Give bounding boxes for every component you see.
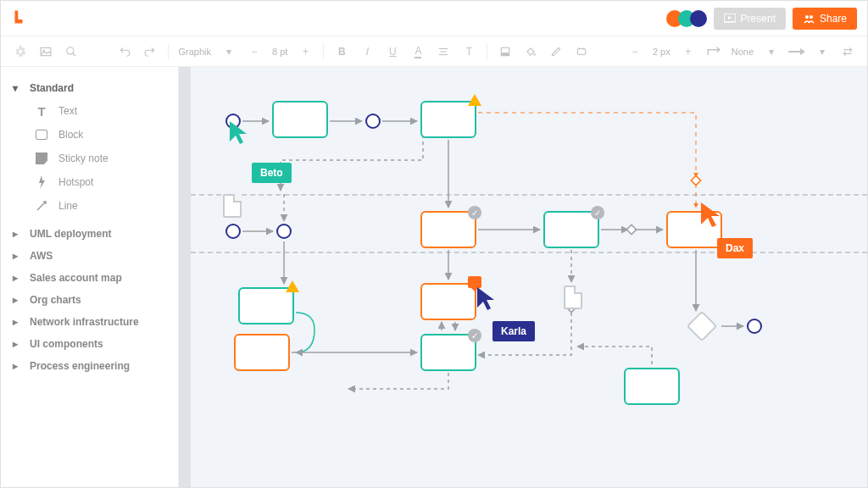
task-block[interactable] [238, 287, 294, 324]
caret-right-icon: ▸ [13, 272, 21, 284]
font-size-value[interactable]: 8 pt [269, 47, 291, 57]
app-logo [11, 9, 26, 27]
task-block[interactable] [420, 283, 476, 320]
svg-rect-22 [626, 225, 636, 234]
bucket-icon[interactable] [520, 41, 542, 63]
sidebar-item-sticky[interactable]: Sticky note [35, 147, 170, 170]
sidebar-section-sales[interactable]: ▸Sales account map [9, 267, 170, 289]
svg-point-12 [534, 53, 536, 55]
sidebar-section-org[interactable]: ▸Org charts [9, 289, 170, 311]
cursor-dax-icon [699, 201, 725, 230]
cursor-label-karla: Karla [492, 321, 535, 341]
canvas[interactable]: ✓ ✓ ✓ Beto Karla Dax [179, 67, 867, 487]
line-type-icon[interactable] [703, 41, 725, 63]
text-tool-icon[interactable]: T [458, 41, 480, 63]
sidebar-heading-label: Sales account map [30, 272, 122, 284]
stroke-plus[interactable]: + [677, 41, 699, 63]
settings-icon[interactable] [9, 41, 31, 63]
caret-right-icon: ▸ [13, 250, 21, 262]
align-icon[interactable] [432, 41, 454, 63]
svg-rect-19 [691, 175, 700, 185]
end-event[interactable] [747, 319, 762, 334]
sidebar-heading-label: Network infrastructure [30, 316, 139, 328]
redo-icon[interactable] [139, 41, 161, 63]
svg-rect-11 [502, 53, 509, 55]
style-icon[interactable] [570, 41, 593, 63]
task-block[interactable]: ✓ [420, 334, 476, 371]
sidebar-section-process[interactable]: ▸Process engineering [9, 355, 170, 377]
chevron-down-icon[interactable]: ▾ [811, 41, 833, 63]
swap-icon[interactable] [837, 41, 859, 63]
sidebar-item-label: Block [58, 129, 83, 141]
check-badge: ✓ [591, 206, 604, 219]
hotspot-icon [35, 175, 48, 189]
sidebar-heading-label: UI components [30, 338, 103, 350]
toolbar: Graphik ▾ − 8 pt + B I U A T − 2 px + No… [1, 36, 867, 67]
block-icon [35, 128, 48, 141]
task-block[interactable] [234, 334, 290, 371]
lane-divider [191, 194, 867, 196]
play-icon [724, 14, 736, 24]
task-block[interactable] [420, 101, 476, 138]
warning-badge [286, 280, 299, 292]
task-block[interactable] [624, 368, 680, 405]
caret-right-icon: ▸ [13, 294, 21, 306]
stroke-minus[interactable]: − [624, 41, 646, 63]
document-shape[interactable] [564, 286, 582, 309]
sidebar: ▾ Standard T Text Block Sticky note [1, 67, 179, 487]
sidebar-section-uml[interactable]: ▸UML deployment [9, 223, 170, 245]
share-button[interactable]: Share [793, 8, 857, 30]
pen-icon[interactable] [545, 41, 567, 63]
undo-icon[interactable] [114, 41, 136, 63]
font-name-select[interactable]: Graphik [175, 47, 215, 57]
size-minus[interactable]: − [243, 41, 265, 63]
arrow-style-icon[interactable] [786, 41, 808, 63]
sidebar-section-aws[interactable]: ▸AWS [9, 245, 170, 267]
sidebar-section-network[interactable]: ▸Network infrastructure [9, 311, 170, 333]
intermediate-event[interactable] [276, 224, 292, 239]
fill-icon[interactable] [494, 41, 516, 63]
document-shape[interactable] [223, 194, 242, 218]
caret-right-icon: ▸ [13, 338, 21, 350]
cursor-karla-icon [476, 286, 499, 313]
size-plus[interactable]: + [294, 41, 316, 63]
chevron-down-icon[interactable]: ▾ [760, 41, 782, 63]
cursor-label-dax: Dax [717, 238, 753, 258]
sidebar-heading-label: Process engineering [30, 360, 130, 372]
svg-rect-13 [578, 48, 586, 54]
caret-down-icon: ▾ [13, 82, 21, 94]
sidebar-item-block[interactable]: Block [35, 123, 170, 147]
present-label: Present [741, 13, 776, 25]
task-block[interactable] [272, 101, 328, 138]
svg-line-15 [37, 202, 46, 210]
line-style-select[interactable]: None [728, 47, 757, 57]
sidebar-section-standard[interactable]: ▾ Standard [9, 77, 170, 99]
present-button[interactable]: Present [714, 8, 786, 30]
caret-right-icon: ▸ [13, 316, 21, 328]
caret-right-icon: ▸ [13, 360, 21, 372]
caret-right-icon: ▸ [13, 228, 21, 240]
italic-icon[interactable]: I [356, 41, 378, 63]
sidebar-heading-label: AWS [30, 250, 53, 262]
text-color-icon[interactable]: A [407, 41, 429, 63]
sidebar-item-line[interactable]: Line [35, 194, 170, 218]
sidebar-item-hotspot[interactable]: Hotspot [35, 170, 170, 194]
task-block[interactable]: ✓ [543, 211, 599, 248]
underline-icon[interactable]: U [381, 41, 403, 63]
bold-icon[interactable]: B [331, 41, 353, 63]
zoom-icon[interactable] [60, 41, 82, 63]
task-block[interactable]: ✓ [420, 211, 476, 248]
sticky-icon [35, 152, 48, 165]
cursor-label-beto: Beto [252, 163, 292, 183]
sidebar-item-text[interactable]: T Text [35, 99, 170, 123]
intermediate-event[interactable] [365, 114, 381, 129]
lane-gutter [179, 67, 191, 487]
gateway-diamond[interactable] [687, 311, 718, 342]
sidebar-item-label: Hotspot [58, 176, 93, 188]
sidebar-heading-label: Org charts [30, 294, 81, 306]
stroke-width-value[interactable]: 2 px [649, 47, 674, 57]
image-icon[interactable] [35, 41, 57, 63]
start-event[interactable] [225, 224, 241, 239]
sidebar-section-ui[interactable]: ▸UI components [9, 333, 170, 355]
chevron-down-icon[interactable]: ▾ [218, 41, 240, 63]
